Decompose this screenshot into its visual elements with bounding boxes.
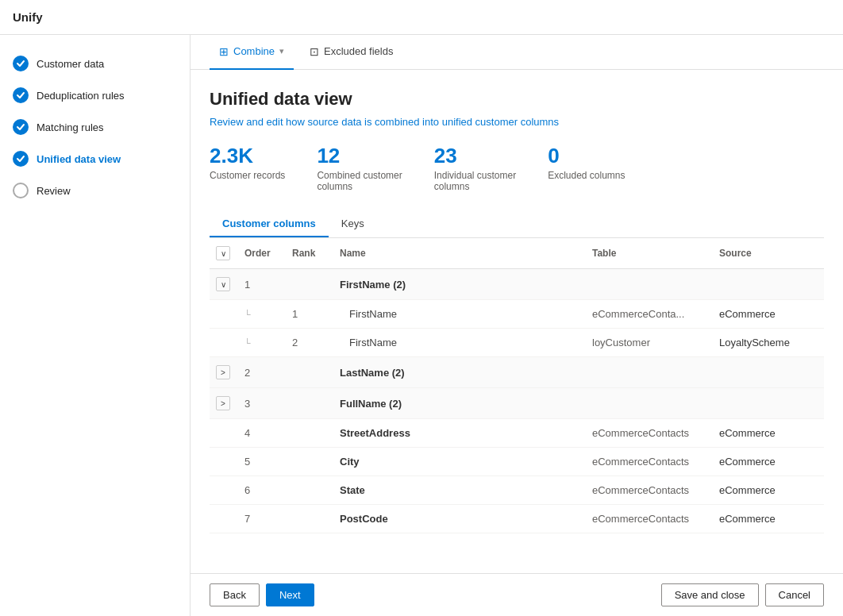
row-name: LastName (2) bbox=[333, 357, 586, 388]
stats-row: 2.3K Customer records 12 Combined custom… bbox=[210, 144, 824, 192]
chevron-down-icon: ▾ bbox=[279, 46, 284, 56]
content-scroll: Unified data view Review and edit how so… bbox=[191, 70, 843, 573]
row-source: eCommerce bbox=[713, 505, 824, 533]
stat-combined-columns: 12 Combined customer columns bbox=[317, 144, 402, 192]
row-name: State bbox=[333, 476, 586, 505]
row-source bbox=[713, 269, 824, 300]
row-name: FirstName bbox=[333, 300, 586, 329]
row-order: 4 bbox=[238, 419, 286, 448]
row-order: 5 bbox=[238, 448, 286, 476]
row-name: FirstName (2) bbox=[333, 269, 586, 300]
stat-label: Excluded columns bbox=[548, 170, 625, 181]
row-name: City bbox=[333, 448, 586, 476]
footer-left: Back Next bbox=[210, 583, 314, 606]
row-order: 3 bbox=[238, 388, 286, 419]
tab-excluded-fields-label: Excluded fields bbox=[324, 45, 393, 57]
footer: Back Next Save and close Cancel bbox=[191, 573, 843, 616]
sidebar-item-review[interactable]: Review bbox=[0, 175, 190, 206]
page-subtitle: Review and edit how source data is combi… bbox=[210, 116, 824, 128]
stat-number: 2.3K bbox=[210, 144, 253, 168]
expand-all-button[interactable]: ∨ bbox=[216, 246, 230, 260]
tab-combine[interactable]: ⊞ Combine ▾ bbox=[210, 35, 294, 70]
table-row: > 3 FullName (2) bbox=[210, 388, 824, 419]
check-icon bbox=[13, 151, 29, 167]
footer-right: Save and close Cancel bbox=[661, 583, 824, 606]
row-rank bbox=[286, 269, 333, 300]
row-table: eCommerceContacts bbox=[586, 505, 713, 533]
expand-row-button[interactable]: > bbox=[216, 396, 230, 410]
stat-number: 12 bbox=[317, 144, 340, 168]
content-area: ⊞ Combine ▾ ⊡ Excluded fields Unified da… bbox=[191, 35, 843, 616]
row-name: PostCode bbox=[333, 505, 586, 533]
th-expand: ∨ bbox=[210, 238, 238, 269]
table-row: ∨ 1 FirstName (2) bbox=[210, 269, 824, 300]
row-table bbox=[586, 269, 713, 300]
check-icon bbox=[13, 119, 29, 135]
stat-excluded-columns: 0 Excluded columns bbox=[548, 144, 625, 192]
row-source: eCommerce bbox=[713, 448, 824, 476]
row-order: 6 bbox=[238, 476, 286, 505]
table-row: 5 City eCommerceContacts eCommerce bbox=[210, 448, 824, 476]
sidebar-item-label: Customer data bbox=[37, 58, 104, 70]
tab-combine-label: Combine bbox=[233, 45, 275, 57]
row-order: 2 bbox=[238, 357, 286, 388]
row-rank: 2 bbox=[286, 329, 333, 357]
app-title: Unify bbox=[13, 10, 43, 24]
pending-circle-icon bbox=[13, 183, 29, 198]
th-name: Name bbox=[333, 238, 586, 269]
tab-bar: ⊞ Combine ▾ ⊡ Excluded fields bbox=[191, 35, 843, 70]
excluded-fields-icon: ⊡ bbox=[310, 45, 319, 58]
row-table: loyCustomer bbox=[586, 329, 713, 357]
row-name: FullName (2) bbox=[333, 388, 586, 419]
row-table: eCommerceContacts bbox=[586, 476, 713, 505]
stat-number: 23 bbox=[434, 144, 457, 168]
stat-number: 0 bbox=[548, 144, 559, 168]
next-button[interactable]: Next bbox=[266, 583, 314, 606]
table-row: 6 State eCommerceContacts eCommerce bbox=[210, 476, 824, 505]
tab-keys[interactable]: Keys bbox=[329, 211, 377, 237]
back-button[interactable]: Back bbox=[210, 583, 260, 606]
cancel-button[interactable]: Cancel bbox=[765, 583, 824, 606]
row-table: eCommerceContacts bbox=[586, 448, 713, 476]
sidebar-item-matching-rules[interactable]: Matching rules bbox=[0, 111, 190, 143]
row-table: eCommerceContacts bbox=[586, 419, 713, 448]
row-source: eCommerce bbox=[713, 300, 824, 329]
row-name: FirstName bbox=[333, 329, 586, 357]
row-source: eCommerce bbox=[713, 419, 824, 448]
sidebar-item-customer-data[interactable]: Customer data bbox=[0, 48, 190, 79]
table-row: └ 1 FirstName eCommerceContа... eCommerc… bbox=[210, 300, 824, 329]
expand-row-button[interactable]: > bbox=[216, 365, 230, 379]
table-row: 4 StreetAddress eCommerceContacts eComme… bbox=[210, 419, 824, 448]
row-source: LoyaltyScheme bbox=[713, 329, 824, 357]
save-close-button[interactable]: Save and close bbox=[661, 583, 759, 606]
sidebar-item-deduplication-rules[interactable]: Deduplication rules bbox=[0, 79, 190, 111]
check-icon bbox=[13, 56, 29, 71]
row-table: eCommerceContа... bbox=[586, 300, 713, 329]
stat-label: Individual customer columns bbox=[434, 170, 516, 192]
stat-label: Combined customer columns bbox=[317, 170, 402, 192]
inner-tabs: Customer columns Keys bbox=[210, 211, 824, 238]
combine-icon: ⊞ bbox=[219, 45, 229, 58]
stat-label: Customer records bbox=[210, 170, 285, 181]
row-name: StreetAddress bbox=[333, 419, 586, 448]
stat-individual-columns: 23 Individual customer columns bbox=[434, 144, 516, 192]
sidebar-item-label: Deduplication rules bbox=[37, 90, 125, 102]
sidebar-item-label: Unified data view bbox=[37, 153, 121, 165]
th-table: Table bbox=[586, 238, 713, 269]
table-row: └ 2 FirstName loyCustomer LoyaltyScheme bbox=[210, 329, 824, 357]
row-order: 1 bbox=[238, 269, 286, 300]
stat-customer-records: 2.3K Customer records bbox=[210, 144, 285, 192]
collapse-row-button[interactable]: ∨ bbox=[216, 277, 230, 291]
th-rank: Rank bbox=[286, 238, 333, 269]
row-source: eCommerce bbox=[713, 476, 824, 505]
sidebar-item-unified-data-view[interactable]: Unified data view bbox=[0, 143, 190, 175]
th-source: Source bbox=[713, 238, 824, 269]
tab-customer-columns[interactable]: Customer columns bbox=[210, 211, 329, 237]
row-order: 7 bbox=[238, 505, 286, 533]
table-row: > 2 LastName (2) bbox=[210, 357, 824, 388]
table-row: 7 PostCode eCommerceContacts eCommerce bbox=[210, 505, 824, 533]
check-icon bbox=[13, 87, 29, 103]
tab-excluded-fields[interactable]: ⊡ Excluded fields bbox=[300, 35, 402, 70]
sidebar-item-label: Matching rules bbox=[37, 121, 104, 133]
page-title: Unified data view bbox=[210, 89, 824, 110]
